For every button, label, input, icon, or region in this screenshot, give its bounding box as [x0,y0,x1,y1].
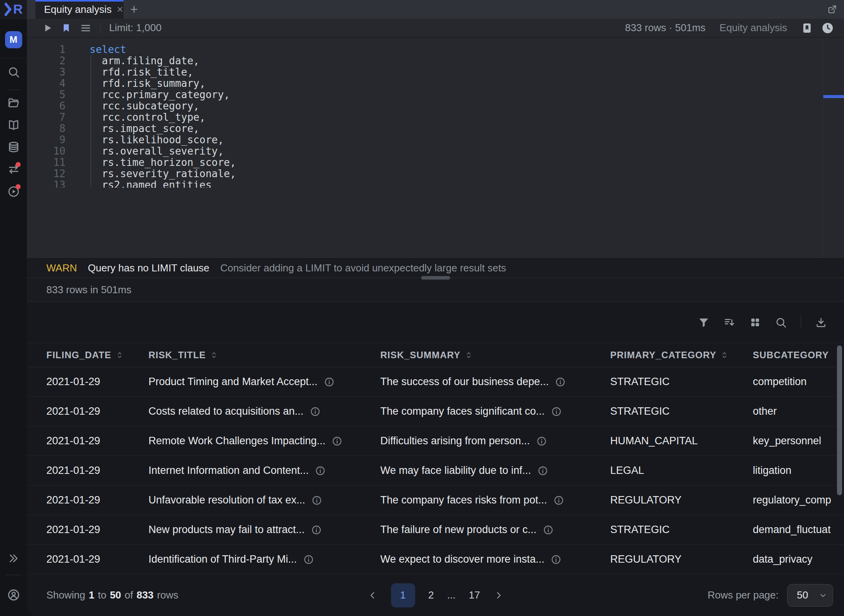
line-number: 1 [27,44,65,55]
rows-per-page-label: Rows per page: [708,589,779,601]
code-line: 5 rcc.primary_category, [27,89,844,100]
warning-hint: Consider adding a LIMIT to avoid unexpec… [220,262,506,274]
info-icon[interactable] [553,495,564,506]
chevron-right-icon[interactable] [493,590,503,600]
download-button[interactable] [815,317,827,328]
table-scrollbar[interactable] [837,345,842,495]
info-icon[interactable] [551,406,562,417]
rows-per-page-select[interactable]: 50 [787,584,833,607]
table-row[interactable]: 2021-01-29 Product Timing and Market Acc… [27,367,844,397]
info-icon[interactable] [536,436,547,447]
column-header-primary-category[interactable]: PRIMARY_CATEGORY [610,350,753,361]
menu-button[interactable] [80,22,92,34]
rows-per-page: Rows per page: 50 [708,584,833,607]
table-row[interactable]: 2021-01-29 Identification of Third-Party… [27,545,844,574]
tab-bar: Equity analysis [27,0,844,19]
results-panel: FILING_DATE RISK_TITLE RISK_SUMMARY PRIM… [27,302,844,616]
cell-filing-date: 2021-01-29 [46,524,148,536]
sort-icon [724,317,735,328]
column-header-subcategory[interactable]: SUBCATEGORY [753,350,844,361]
sidebar-item-runs[interactable] [0,182,27,201]
close-icon[interactable] [116,5,124,13]
saved-bookmark-button[interactable] [801,22,813,34]
cell-risk-summary: We may face liability due to inf... [380,465,610,477]
sort-button[interactable] [724,317,735,328]
limit-setting[interactable]: Limit: 1,000 [109,22,161,34]
info-icon[interactable] [315,465,326,476]
code-area[interactable]: 1select 2 arm.filing_date, 3 rfd.risk_ti… [27,38,844,188]
table-row[interactable]: 2021-01-29 Unfavorable resolution of tax… [27,486,844,515]
code-line: 3 rfd.risk_title, [27,67,844,78]
grid-view-button[interactable] [749,317,761,328]
bookmark-button[interactable] [61,23,71,33]
info-icon[interactable] [543,524,554,535]
table-row[interactable]: 2021-01-29 Remote Work Challenges Impact… [27,426,844,456]
cell-subcategory: competition [753,376,844,388]
cell-risk-summary: The company faces significant co... [380,405,610,417]
database-icon [7,141,20,153]
column-header-risk-title[interactable]: RISK_TITLE [148,350,380,361]
cell-filing-date: 2021-01-29 [46,376,148,388]
sidebar-item-docs[interactable] [0,116,27,134]
sidebar-item-search[interactable] [0,63,27,81]
info-icon[interactable] [537,465,548,476]
folder-icon [7,97,20,109]
table-row[interactable]: 2021-01-29 Costs related to acquisitions… [27,397,844,426]
sidebar-item-files[interactable] [0,93,27,112]
cell-filing-date: 2021-01-29 [46,494,148,506]
line-number: 12 [27,168,65,180]
info-icon[interactable] [551,554,561,565]
code-line: 2 arm.filing_date, [27,55,844,67]
chevron-left-icon[interactable] [367,590,378,600]
page-button-1[interactable]: 1 [391,583,415,607]
workspace-avatar[interactable]: M [5,31,22,48]
collapse-sidebar-button[interactable] [0,549,27,568]
sidebar-item-database[interactable] [0,138,27,157]
new-tab-button[interactable] [124,0,145,19]
column-header-risk-summary[interactable]: RISK_SUMMARY [380,350,610,361]
results-toolbar [27,302,844,343]
sql-editor: 1select 2 arm.filing_date, 3 rfd.risk_ti… [27,38,844,258]
info-icon[interactable] [311,495,322,506]
search-results-button[interactable] [775,317,787,328]
app-logo[interactable]: R [0,0,27,19]
code-line: 1select [27,44,844,55]
code-line: 8 rs.impact_score, [27,123,844,134]
open-external-button[interactable] [827,4,838,15]
table-row[interactable]: 2021-01-29 Internet Information and Cont… [27,456,844,486]
page-button-last[interactable]: 17 [469,589,480,601]
line-number: 7 [27,112,65,123]
pane-resize-handle[interactable] [421,276,450,280]
table-row[interactable]: 2021-01-29 New products may fail to attr… [27,515,844,545]
tab-title: Equity analysis [44,4,111,16]
indent-guide [90,55,91,188]
filter-button[interactable] [698,317,710,328]
cell-primary-category: HUMAN_CAPITAL [610,435,753,447]
cell-risk-summary: The failure of new products or c... [380,524,610,536]
info-icon[interactable] [311,524,322,535]
account-button[interactable] [0,586,27,604]
info-icon[interactable] [555,377,566,387]
cell-primary-category: STRATEGIC [610,524,753,536]
editor-minimap-divider [823,38,823,258]
info-icon[interactable] [303,554,314,565]
line-number: 6 [27,100,65,112]
external-link-icon [827,4,838,15]
cell-risk-title: Internet Information and Content... [148,465,380,477]
result-status-text: 833 rows in 501ms [46,284,131,296]
cell-risk-title: New products may fail to attract... [148,524,380,536]
column-header-filing-date[interactable]: FILING_DATE [46,350,148,361]
cell-primary-category: STRATEGIC [610,376,753,388]
info-icon[interactable] [310,406,321,417]
page-button-2[interactable]: 2 [428,589,434,601]
sidebar-item-queries[interactable] [0,160,27,179]
run-query-button[interactable] [42,23,53,33]
bookmark-outline-icon [801,22,813,34]
info-icon[interactable] [332,436,343,447]
info-icon[interactable] [324,377,335,387]
line-number: 10 [27,146,65,157]
history-button[interactable] [821,22,834,34]
tab-equity-analysis[interactable]: Equity analysis [35,0,124,19]
docs-book-icon [7,119,20,131]
grid-view-icon [749,317,761,328]
